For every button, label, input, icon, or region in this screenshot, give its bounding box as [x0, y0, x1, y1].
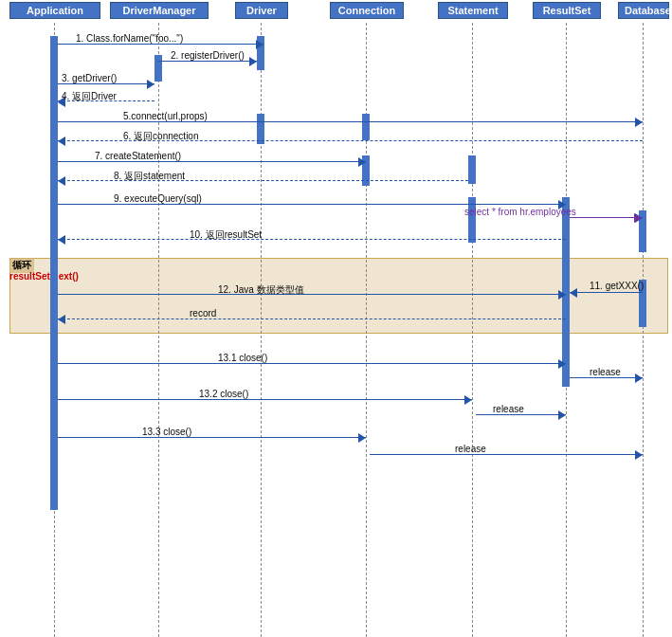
arrow-9 [58, 204, 566, 205]
arrow-132 [58, 399, 472, 400]
label-9b: select * from hr.employees [464, 207, 576, 217]
label-7: 7. createStatement() [95, 151, 181, 161]
lifeline-header-application: Application [9, 2, 100, 19]
lifeline-header-statement: Statement [438, 2, 508, 19]
lifeline-header-driver: Driver [235, 2, 288, 19]
arrow-9b [570, 217, 643, 218]
arrow-1 [58, 44, 263, 45]
label-release2: release [493, 404, 524, 414]
label-131: 13.1 close() [218, 353, 267, 363]
label-release3: release [455, 444, 486, 454]
arrow-record [570, 292, 643, 293]
arrow-release3 [370, 454, 643, 455]
arrow-2 [158, 61, 257, 62]
activation-app [50, 36, 58, 510]
label-6: 6. 返回connection [123, 130, 199, 143]
label-1: 1. Class.forName("foo...") [76, 33, 183, 44]
arrow-12 [58, 318, 566, 319]
label-132: 13.2 close() [199, 389, 248, 399]
arrowhead-6 [58, 136, 65, 146]
arrowhead-record [570, 288, 577, 298]
arrow-133 [58, 437, 366, 438]
arrowhead-12 [58, 315, 65, 324]
activation-conn-1 [362, 114, 370, 140]
lifeline-line-stmt [472, 23, 473, 637]
lifeline-line-db [643, 23, 644, 637]
arrowhead-9b [634, 213, 672, 223]
label-3: 3. getDriver() [62, 73, 117, 83]
label-133: 13.3 close() [142, 427, 191, 437]
label-12: record [190, 308, 216, 318]
lifeline-header-drivermanager: DriverManager [110, 2, 209, 19]
arrow-131 [58, 363, 566, 364]
label-9: 9. executeQuery(sql) [114, 193, 202, 204]
lifeline-header-connection: Connection [330, 2, 404, 19]
label-2: 2. registerDriver() [171, 50, 245, 61]
activation-stmt-1 [468, 155, 476, 184]
lifeline-header-database: Database [618, 2, 669, 19]
arrow-release2 [476, 414, 566, 415]
arrow-10 [58, 239, 566, 240]
activation-dm-1 [154, 55, 162, 82]
arrowhead-8 [58, 176, 65, 186]
label-record: 11. getXXX() [590, 281, 644, 291]
label-4: 4. 返回Driver [62, 90, 117, 103]
arrow-5 [58, 121, 643, 122]
arrowhead-10 [58, 235, 65, 245]
arrow-3 [58, 83, 154, 84]
arrow-release1 [570, 377, 643, 378]
lifeline-header-resultset: ResultSet [533, 2, 601, 19]
label-5: 5.connect(url,props) [123, 111, 208, 121]
label-10: 10. 返回resultSet [190, 228, 262, 242]
label-release1: release [590, 367, 621, 377]
label-11: 12. Java 数据类型值 [218, 283, 304, 297]
loop-condition: resultSet.next() [9, 271, 79, 282]
sequence-diagram: 循环 resultSet.next() Application DriverMa… [0, 0, 672, 637]
arrow-11 [58, 294, 566, 295]
arrow-7 [58, 161, 366, 162]
label-8: 8. 返回statement [114, 170, 185, 183]
